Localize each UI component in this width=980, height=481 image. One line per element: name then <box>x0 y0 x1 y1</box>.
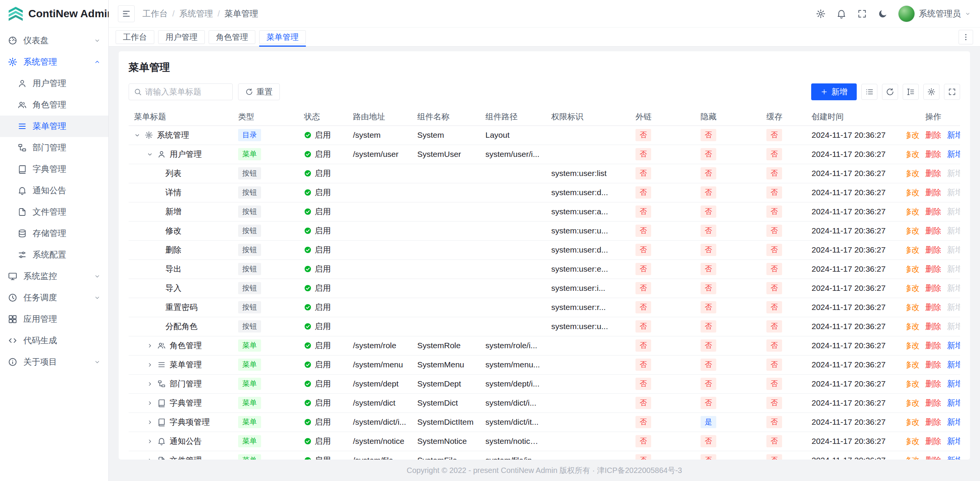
delete-link[interactable]: 删除 <box>925 245 941 255</box>
add-link[interactable]: 新增 <box>947 436 960 447</box>
chevron-down-icon <box>94 359 101 365</box>
route-cell: /system/dict/i... <box>348 413 412 432</box>
expand-open-chevron-icon[interactable] <box>134 132 145 139</box>
refresh-table-button[interactable] <box>882 84 898 100</box>
tab[interactable]: 菜单管理 <box>259 30 306 44</box>
sidebar-item[interactable]: 仪表盘 <box>0 30 108 51</box>
add-link[interactable]: 新增 <box>947 149 960 160</box>
edit-link[interactable]: 修改 <box>906 455 920 460</box>
user-menu[interactable]: 系统管理员 <box>898 5 971 22</box>
add-button[interactable]: 新增 <box>811 83 857 100</box>
status-label: 启用 <box>315 149 331 160</box>
sidebar-item[interactable]: 关于项目 <box>0 351 108 373</box>
row-height-button[interactable] <box>903 84 919 100</box>
table-fullscreen-button[interactable] <box>944 84 960 100</box>
type-badge: 菜单 <box>238 416 261 428</box>
delete-link[interactable]: 删除 <box>925 378 941 389</box>
delete-link[interactable]: 删除 <box>925 455 941 460</box>
sidebar-subitem[interactable]: 用户管理 <box>0 73 108 94</box>
breadcrumb-item[interactable]: 工作台 <box>142 8 168 20</box>
delete-link[interactable]: 删除 <box>925 417 941 427</box>
edit-link[interactable]: 修改 <box>906 264 920 274</box>
delete-link[interactable]: 删除 <box>925 149 941 160</box>
edit-link[interactable]: 修改 <box>906 321 920 332</box>
tab[interactable]: 工作台 <box>116 30 154 44</box>
edit-link[interactable]: 修改 <box>906 283 920 293</box>
external-cell: 否 <box>630 240 695 259</box>
sidebar-item[interactable]: 系统监控 <box>0 266 108 287</box>
sidebar-subitem[interactable]: 菜单管理 <box>0 116 108 137</box>
delete-link[interactable]: 删除 <box>925 398 941 408</box>
delete-link[interactable]: 删除 <box>925 264 941 274</box>
edit-link[interactable]: 修改 <box>906 225 920 236</box>
edit-link[interactable]: 修改 <box>906 302 920 313</box>
sidebar-subitem[interactable]: 存储管理 <box>0 223 108 244</box>
hidden-cell: 否 <box>695 336 761 355</box>
sidebar-item[interactable]: 任务调度 <box>0 287 108 308</box>
expand-closed-chevron-icon[interactable] <box>147 438 157 445</box>
notifications-bell-icon[interactable] <box>832 5 851 23</box>
add-link[interactable]: 新增 <box>947 398 960 408</box>
sidebar-subitem[interactable]: 字典管理 <box>0 158 108 180</box>
delete-link[interactable]: 删除 <box>925 302 941 313</box>
fullscreen-icon[interactable] <box>853 5 871 23</box>
add-link[interactable]: 新增 <box>947 130 960 140</box>
tab[interactable]: 用户管理 <box>158 30 205 44</box>
yes-no-badge: 否 <box>766 397 782 409</box>
reset-button[interactable]: 重置 <box>238 83 280 100</box>
delete-link[interactable]: 删除 <box>925 168 941 179</box>
edit-link[interactable]: 修改 <box>906 168 920 179</box>
sidebar-item[interactable]: 应用管理 <box>0 308 108 330</box>
expand-open-chevron-icon[interactable] <box>147 151 157 158</box>
add-link[interactable]: 新增 <box>947 359 960 370</box>
column-settings-gear-button[interactable] <box>923 84 939 100</box>
collapse-sidebar-button[interactable] <box>118 5 135 22</box>
search-input[interactable] <box>145 87 228 96</box>
sidebar-item[interactable]: 代码生成 <box>0 330 108 351</box>
list-view-button[interactable] <box>861 84 877 100</box>
edit-link[interactable]: 修改 <box>906 206 920 217</box>
edit-link[interactable]: 修改 <box>906 378 920 389</box>
edit-link[interactable]: 修改 <box>906 149 920 160</box>
tab[interactable]: 角色管理 <box>209 30 255 44</box>
delete-link[interactable]: 删除 <box>925 225 941 236</box>
add-link[interactable]: 新增 <box>947 455 960 460</box>
sidebar-subitem[interactable]: 部门管理 <box>0 137 108 158</box>
logo[interactable]: ContiNew Admin <box>0 0 108 28</box>
edit-link[interactable]: 修改 <box>906 436 920 447</box>
breadcrumb-item[interactable]: 系统管理 <box>179 8 213 20</box>
delete-link[interactable]: 删除 <box>925 283 941 293</box>
edit-link[interactable]: 修改 <box>906 245 920 255</box>
delete-link[interactable]: 删除 <box>925 321 941 332</box>
sidebar-item[interactable]: 系统管理 <box>0 51 108 73</box>
edit-link[interactable]: 修改 <box>906 130 920 140</box>
delete-link[interactable]: 删除 <box>925 359 941 370</box>
delete-link[interactable]: 删除 <box>925 130 941 140</box>
sidebar-subitem[interactable]: 文件管理 <box>0 201 108 223</box>
edit-link[interactable]: 修改 <box>906 187 920 198</box>
delete-link[interactable]: 删除 <box>925 187 941 198</box>
expand-closed-chevron-icon[interactable] <box>147 400 157 406</box>
settings-icon[interactable] <box>812 5 830 23</box>
add-link[interactable]: 新增 <box>947 378 960 389</box>
breadcrumb-item[interactable]: 菜单管理 <box>224 8 258 20</box>
expand-closed-chevron-icon[interactable] <box>147 362 157 368</box>
sidebar-subitem[interactable]: 系统配置 <box>0 244 108 266</box>
tab-more-button[interactable] <box>959 30 973 44</box>
dark-mode-moon-icon[interactable] <box>874 5 892 23</box>
edit-link[interactable]: 修改 <box>906 398 920 408</box>
delete-link[interactable]: 删除 <box>925 340 941 351</box>
delete-link[interactable]: 删除 <box>925 206 941 217</box>
sidebar-subitem[interactable]: 角色管理 <box>0 94 108 116</box>
delete-link[interactable]: 删除 <box>925 436 941 447</box>
edit-link[interactable]: 修改 <box>906 417 920 427</box>
edit-link[interactable]: 修改 <box>906 359 920 370</box>
expand-closed-chevron-icon[interactable] <box>147 419 157 426</box>
edit-link[interactable]: 修改 <box>906 340 920 351</box>
add-link[interactable]: 新增 <box>947 340 960 351</box>
expand-closed-chevron-icon[interactable] <box>147 342 157 349</box>
add-link[interactable]: 新增 <box>947 417 960 427</box>
sidebar-subitem[interactable]: 通知公告 <box>0 180 108 201</box>
hidden-cell: 否 <box>695 298 761 317</box>
expand-closed-chevron-icon[interactable] <box>147 381 157 387</box>
